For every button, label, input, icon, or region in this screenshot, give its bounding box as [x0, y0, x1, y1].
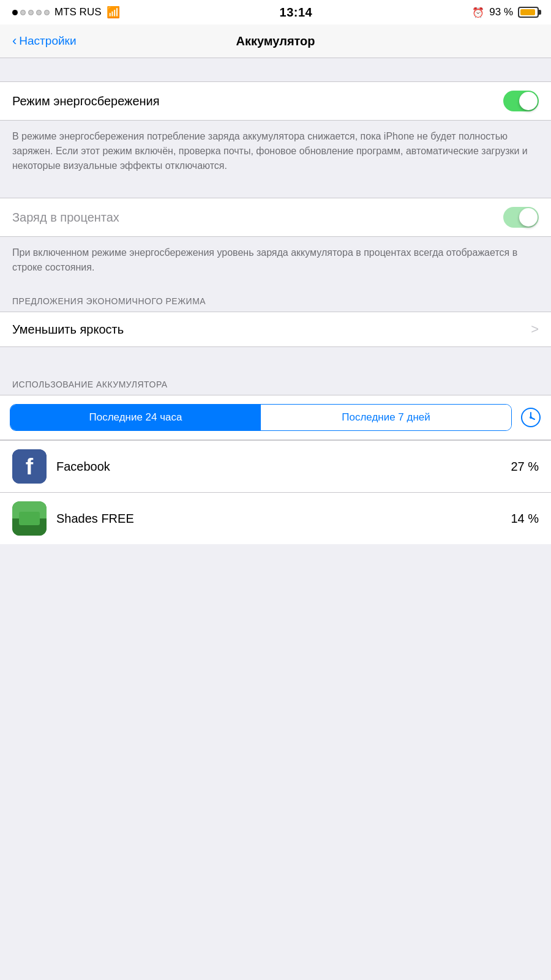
power-saving-description: В режиме энергосбережения потребление за…	[12, 131, 528, 171]
facebook-icon: f	[12, 449, 47, 484]
battery-percent-toggle[interactable]	[503, 207, 539, 228]
power-saving-label: Режим энергосбережения	[12, 94, 160, 108]
shades-inner	[12, 501, 47, 536]
facebook-name: Facebook	[56, 460, 511, 474]
eco-section-header: ПРЕДЛОЖЕНИЯ ЭКОНОМИЧНОГО РЕЖИМА	[12, 296, 206, 306]
tab-7d[interactable]: Последние 7 дней	[261, 405, 511, 430]
power-saving-toggle[interactable]	[503, 91, 539, 111]
battery-icon	[518, 7, 539, 18]
nav-bar: ‹ Настройки Аккумулятор	[0, 24, 551, 58]
time-selector: Последние 24 часа Последние 7 дней	[0, 395, 551, 440]
svg-point-3	[530, 416, 532, 419]
app-row-shades[interactable]: Shades FREE 14 %	[0, 493, 551, 544]
back-chevron-icon: ‹	[12, 34, 17, 48]
back-button[interactable]: ‹ Настройки	[12, 34, 77, 48]
power-saving-row: Режим энергосбережения	[0, 82, 551, 120]
battery-percent-toggle-knob	[519, 208, 538, 226]
page-title: Аккумулятор	[236, 34, 315, 48]
wifi-icon: 📶	[107, 6, 120, 19]
eco-section-header-container: ПРЕДЛОЖЕНИЯ ЭКОНОМИЧНОГО РЕЖИМА	[0, 287, 551, 312]
reduce-brightness-row[interactable]: Уменьшить яркость >	[0, 312, 551, 346]
status-time: 13:14	[280, 6, 313, 20]
signal-dot-3	[28, 10, 34, 15]
status-left: MTS RUS 📶	[12, 6, 120, 19]
power-saving-section: Режим энергосбережения	[0, 81, 551, 121]
reduce-brightness-section: Уменьшить яркость >	[0, 312, 551, 347]
carrier-label: MTS RUS	[54, 6, 102, 18]
battery-percent-description-block: При включенном режиме энергосбережения у…	[0, 237, 551, 287]
signal-dot-4	[36, 10, 42, 15]
usage-section-header: ИСПОЛЬЗОВАНИЕ АККУМУЛЯТОРА	[12, 380, 168, 389]
signal-dot-2	[20, 10, 26, 15]
signal-dot-1	[12, 10, 18, 15]
tab-24h[interactable]: Последние 24 часа	[10, 405, 261, 430]
shades-accent	[19, 512, 40, 525]
chevron-right-icon: >	[531, 321, 539, 337]
battery-percent: 93 %	[489, 6, 513, 18]
app-row-facebook[interactable]: f Facebook 27 %	[0, 441, 551, 493]
mid-gap-2	[0, 347, 551, 370]
facebook-percent: 27 %	[511, 460, 539, 474]
power-saving-description-block: В режиме энергосбережения потребление за…	[0, 121, 551, 185]
status-right: ⏰ 93 %	[472, 6, 539, 18]
svg-text:f: f	[26, 454, 34, 479]
top-gap	[0, 58, 551, 81]
back-label: Настройки	[19, 34, 76, 48]
clock-button[interactable]	[520, 407, 541, 428]
usage-section-header-container: ИСПОЛЬЗОВАНИЕ АККУМУЛЯТОРА	[0, 370, 551, 395]
battery-fill	[520, 9, 535, 15]
shades-name: Shades FREE	[56, 512, 511, 526]
shades-percent: 14 %	[511, 512, 539, 526]
battery-percent-label: Заряд в процентах	[12, 211, 119, 225]
mid-gap-1	[0, 185, 551, 198]
app-list: f Facebook 27 % Shades FREE 14 %	[0, 440, 551, 544]
signal-dots	[12, 10, 50, 15]
battery-percent-row: Заряд в процентах	[0, 198, 551, 236]
reduce-brightness-label: Уменьшить яркость	[12, 323, 124, 337]
signal-dot-5	[44, 10, 50, 15]
battery-percent-section: Заряд в процентах	[0, 198, 551, 237]
alarm-icon: ⏰	[472, 7, 484, 18]
time-buttons-group: Последние 24 часа Последние 7 дней	[10, 404, 512, 431]
toggle-knob	[519, 92, 538, 110]
status-bar: MTS RUS 📶 13:14 ⏰ 93 %	[0, 0, 551, 24]
clock-icon	[520, 407, 541, 428]
battery-percent-description: При включенном режиме энергосбережения у…	[12, 247, 517, 272]
shades-icon	[12, 501, 47, 536]
